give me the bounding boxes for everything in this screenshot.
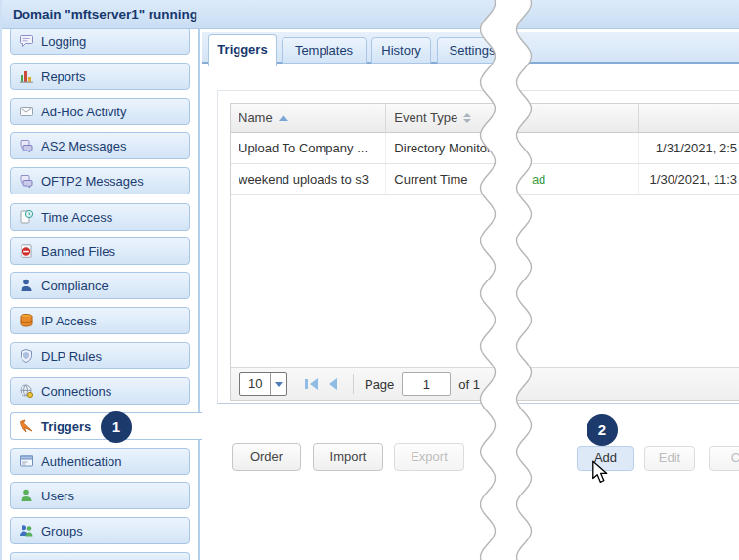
database-icon (19, 313, 34, 328)
sidebar-item-ad-hoc-activity[interactable]: Ad-Hoc Activity (10, 98, 190, 125)
cell-extra (508, 133, 640, 163)
window-title: Domain "mftserver1" running (0, 0, 739, 29)
column-header-date[interactable] (639, 104, 739, 132)
sidebar-item-compliance[interactable]: Compliance (10, 272, 190, 299)
messages-icon (19, 173, 34, 189)
page-label: Page (365, 377, 394, 392)
sidebar-item-ip-access[interactable]: IP Access (10, 307, 190, 334)
cell-name: Upload To Company ... (231, 133, 386, 163)
step-1-badge: 1 (101, 411, 132, 443)
column-header-event-type[interactable]: Event Type (386, 104, 508, 132)
sidebar-item-banned-files[interactable]: Banned Files (10, 237, 190, 265)
copy-button[interactable]: Co (709, 446, 739, 471)
banned-file-icon (19, 243, 34, 259)
sidebar-item-authentication[interactable]: Authentication (10, 448, 190, 475)
add-button[interactable]: Add (577, 446, 634, 471)
table-row[interactable]: weekend uploads to s3 Current Time ad 1/… (231, 164, 739, 195)
shield-icon (19, 348, 34, 364)
envelope-icon (19, 104, 34, 119)
sort-both-icon (463, 113, 471, 123)
of-pages-label: of 1 (458, 377, 480, 392)
sidebar-item-reports[interactable]: Reports (10, 63, 190, 90)
sidebar-item-label: IP Access (41, 314, 97, 328)
sidebar-item-label: Time Access (41, 210, 112, 225)
sidebar-item-as2-messages[interactable]: AS2 Messages (10, 132, 190, 159)
page-size-select[interactable]: 10 (239, 372, 287, 396)
sidebar-item-label: Users (41, 489, 74, 503)
first-page-button[interactable] (305, 378, 318, 390)
tab-triggers[interactable]: Triggers (208, 34, 277, 66)
sidebar-item-label: Compliance (41, 279, 109, 293)
sidebar-item-oftp2-messages[interactable]: OFTP2 Messages (10, 167, 190, 194)
sidebar-item-groups[interactable]: Groups (10, 517, 190, 544)
column-header-3[interactable] (508, 104, 640, 132)
speech-bubble-icon (19, 33, 34, 49)
flame-icon (19, 418, 34, 434)
sidebar-item-logging[interactable]: Logging (10, 27, 190, 55)
table-row[interactable]: Upload To Company ... Directory Monitor … (231, 133, 739, 164)
step-2-badge: 2 (587, 414, 618, 446)
cell-event-type: Directory Monitor (386, 133, 508, 163)
bar-chart-icon (19, 68, 34, 84)
import-button[interactable]: Import (313, 443, 383, 471)
sidebar-item-partial[interactable] (10, 552, 190, 560)
window-left-border (0, 0, 2, 560)
person-icon (19, 278, 34, 293)
pagination-bar: 10 Page of 1 (231, 367, 739, 400)
table-header-row: Name Event Type (231, 104, 739, 133)
sidebar-item-users[interactable]: Users (10, 482, 190, 509)
sidebar-item-label: Banned Files (41, 244, 115, 259)
sidebar-item-label: AS2 Messages (41, 139, 126, 153)
export-button[interactable]: Export (394, 443, 464, 471)
cell-event-type: Current Time (386, 164, 508, 194)
sidebar-item-label: OFTP2 Messages (41, 174, 144, 189)
divider (353, 374, 354, 394)
sidebar-item-label: Reports (41, 69, 86, 84)
order-button[interactable]: Order (232, 443, 301, 471)
cell-extra: ad (508, 164, 640, 194)
edit-button[interactable]: Edit (644, 446, 695, 471)
previous-page-button[interactable] (329, 378, 337, 390)
triggers-table: Name Event Type Upload To Company ... Di… (230, 103, 739, 401)
sidebar-item-connections[interactable]: Connections (10, 377, 190, 405)
clock-document-icon (19, 209, 34, 225)
cell-date: 1/30/2021, 11:3 (639, 164, 739, 194)
sidebar-item-label: Authentication (41, 454, 121, 469)
tab-strip: Triggers Templates History Settings (202, 32, 739, 64)
sidebar: Logging Reports Ad-Hoc Activity AS2 Mess… (0, 29, 200, 560)
messages-icon (19, 138, 34, 153)
sidebar-item-label: Groups (41, 524, 83, 538)
sidebar-item-label: Logging (41, 34, 86, 49)
user-group-icon (19, 523, 34, 538)
sidebar-item-label: Connections (41, 384, 111, 399)
cell-date: 1/31/2021, 2:5 (639, 133, 739, 163)
page-number-input[interactable] (402, 372, 451, 396)
sidebar-item-label: DLP Rules (41, 349, 102, 364)
tab-templates[interactable]: Templates (282, 37, 367, 64)
sort-ascending-icon (279, 115, 288, 121)
user-icon (19, 488, 34, 503)
chevron-down-icon (270, 373, 286, 395)
cell-name: weekend uploads to s3 (231, 164, 386, 194)
sidebar-item-dlp-rules[interactable]: DLP Rules (10, 342, 190, 369)
sidebar-item-time-access[interactable]: Time Access (10, 203, 190, 231)
window-icon (19, 453, 34, 469)
tab-settings[interactable]: Settings (437, 37, 507, 64)
sidebar-item-label: Triggers (41, 419, 91, 434)
globe-icon (19, 383, 34, 399)
sidebar-item-label: Ad-Hoc Activity (41, 105, 126, 119)
tab-history[interactable]: History (371, 37, 431, 64)
column-header-name[interactable]: Name (231, 104, 386, 132)
